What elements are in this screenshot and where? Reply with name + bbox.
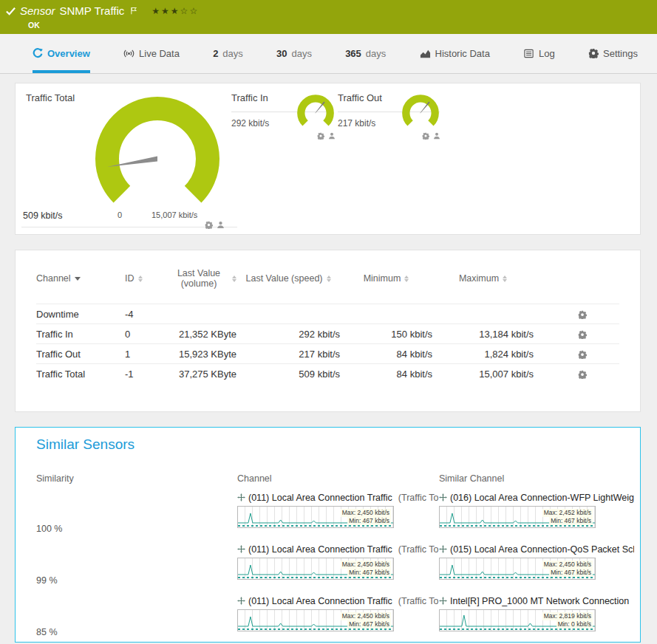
channel-link[interactable]: (011) Local Area Connection Traffic (Tra… [237,543,439,555]
similar-row: 100 % (011) Local Area Connection Traffi… [36,488,634,540]
user-access-icon[interactable] [217,221,225,229]
channel-settings-gear-icon[interactable] [317,132,324,140]
header-channel[interactable]: Channel [36,273,125,284]
priority-stars[interactable]: ★★★☆☆ [152,6,199,16]
header-last-value-speed[interactable]: Last Value (speed) [236,273,340,284]
channel-id: 1 [125,349,169,360]
tab-bar: Overview Live Data 2 days 30 days 365 da… [0,34,657,74]
sensor-title: SNMP Traffic [60,4,125,17]
channel-move-cross-icon [237,493,245,501]
chart-max-label: Max: 2,450 kbit/s [341,561,391,569]
mini-chart: Max: 2,452 kbit/s Min: 467 kbit/s [439,506,596,528]
channel-link[interactable]: (015) Local Area Connection-QoS Packet S… [439,543,634,555]
user-access-icon[interactable] [328,132,336,140]
table-row: Downtime -4 [36,304,619,323]
gauge-total-label: Traffic Total [26,92,75,103]
sort-icon [138,275,143,282]
channel-name[interactable]: Traffic Total [36,369,125,380]
channel-settings-gear-icon[interactable] [578,330,587,339]
channel-settings-gear-icon[interactable] [422,132,429,140]
similar-sensors-header: Similarity Channel Similar Channel [36,473,634,484]
mini-chart: Max: 2,450 kbit/s Min: 467 kbit/s [439,558,596,580]
flag-icon[interactable] [130,7,138,15]
channel-settings-gear-icon[interactable] [205,221,213,229]
status-ok-check-icon [6,7,16,16]
chart-min-label: Min: 467 kbit/s [347,517,391,525]
channel-id: -1 [125,369,169,380]
maximum: 1,824 kbit/s [432,349,534,360]
maximum: 15,007 kbit/s [432,369,534,380]
traffic-in-gauge [293,92,338,134]
chart-min-label: Min: 467 kbit/s [549,517,593,525]
channel-id: -4 [125,309,169,320]
channel-settings-gear-icon[interactable] [578,310,587,319]
chart-max-label: Max: 2,450 kbit/s [341,509,391,517]
sensor-header: Sensor SNMP Traffic ★★★☆☆ OK [0,0,657,34]
header-maximum[interactable]: Maximum [432,273,534,284]
gauge-scale-min: 0 [118,210,122,219]
settings-gear-icon [588,48,599,58]
header-last-value-volume[interactable]: Last Value (volume) [169,268,236,289]
tab-historic-data[interactable]: Historic Data [420,34,490,73]
similarity-value: 100 % [36,524,237,540]
tab-settings[interactable]: Settings [588,34,638,73]
sort-desc-icon [75,277,81,281]
channel-table-panel: Channel ID Last Value (volume) Last Valu… [15,250,641,412]
similar-row: 99 % (011) Local Area Connection Traffic… [36,540,634,592]
tab-30-days[interactable]: 30 days [276,34,312,73]
gauge-in-label: Traffic In [231,92,268,103]
gauge-needle [315,101,325,113]
channel-settings-gear-icon[interactable] [578,370,587,379]
header-minimum[interactable]: Minimum [340,273,432,284]
tab-2-days[interactable]: 2 days [213,34,243,73]
similar-channel-cell: (015) Local Area Connection-QoS Packet S… [439,540,634,592]
header-id[interactable]: ID [125,273,169,284]
gauge-out-actions [422,132,440,140]
channel-id: 0 [125,329,169,340]
mini-chart: Max: 2,450 kbit/s Min: 467 kbit/s [237,558,394,580]
similarity-value: 85 % [36,627,237,643]
minimum: 84 kbit/s [340,349,432,360]
table-row: Traffic Total -1 37,275 KByte 509 kbit/s… [36,363,619,383]
chart-min-label: Min: 467 kbit/s [347,569,391,577]
header-similarity: Similarity [36,473,237,484]
channel-link[interactable]: (011) Local Area Connection Traffic (Tra… [237,491,439,504]
gauge-out-value: 217 kbit/s [338,118,375,129]
channel-name[interactable]: Traffic Out [36,349,125,360]
mini-chart: Max: 2,819 kbit/s Min: 0 kbit/s [439,609,596,631]
channel-move-cross-icon [439,545,447,553]
maximum: 13,184 kbit/s [432,329,534,340]
similar-channel-cell: (016) Local Area Connection-WFP LightWei… [439,488,634,540]
channel-link[interactable]: (016) Local Area Connection-WFP LightWei… [439,491,634,504]
header-channel: Channel [237,473,439,484]
tab-overview[interactable]: Overview [33,34,90,73]
tab-log[interactable]: Log [523,34,555,73]
chart-min-label: Min: 467 kbit/s [549,569,593,577]
channel-table-header: Channel ID Last Value (volume) Last Valu… [36,268,619,289]
historic-data-icon [420,48,431,59]
channel-name[interactable]: Traffic In [36,329,125,340]
live-data-icon [123,48,135,59]
sort-icon [503,275,507,282]
similar-sensors-panel: Similar Sensors Similarity Channel Simil… [15,427,641,643]
channel-move-cross-icon [237,545,245,553]
similar-sensors-title: Similar Sensors [36,436,135,453]
tab-365-days[interactable]: 365 days [345,34,386,73]
last-speed: 217 kbit/s [236,349,340,360]
gauge-out-label: Traffic Out [338,92,382,103]
gauges-panel: Traffic Total 509 kbit/s 0 15,007 kbit/s… [15,83,641,235]
user-access-icon[interactable] [433,132,440,140]
chart-max-label: Max: 2,452 kbit/s [542,509,593,517]
similar-sensors-body: 100 % (011) Local Area Connection Traffi… [36,488,634,643]
channel-link[interactable]: (011) Local Area Connection Traffic (Tra… [237,595,439,607]
table-row: Traffic In 0 21,352 KByte 292 kbit/s 150… [36,323,619,343]
tab-live-data[interactable]: Live Data [123,34,180,73]
gauge-total-value: 509 kbit/s [23,210,63,221]
channel-table-body: Downtime -4 Traffic In 0 21,352 KByte 29… [36,304,619,383]
last-speed: 292 kbit/s [236,329,340,340]
channel-settings-gear-icon[interactable] [578,350,587,359]
channel-link[interactable]: Intel[R] PRO_1000 MT Network Connection … [439,595,634,607]
channel-move-cross-icon [439,597,447,605]
channel-name[interactable]: Downtime [36,309,125,320]
channel-cell: (011) Local Area Connection Traffic (Tra… [237,488,439,540]
